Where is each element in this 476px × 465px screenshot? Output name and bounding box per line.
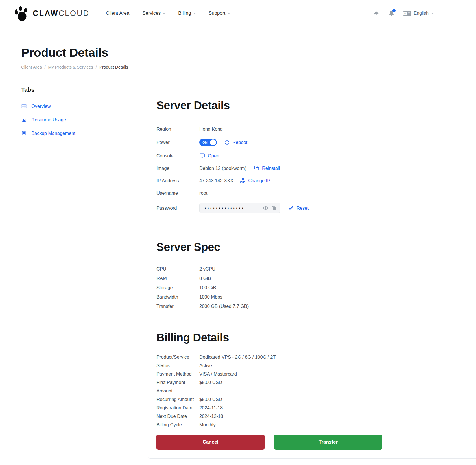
billing-details-table: Product/Service Dedicated VPS - 2C / 8G … — [156, 353, 471, 429]
nav-client-area-label: Client Area — [106, 10, 129, 16]
nav-support-label: Support — [209, 10, 226, 16]
billing-row-next-due-date: Next Due Date 2024-12-18 — [156, 412, 471, 420]
nav-client-area[interactable]: Client Area — [106, 10, 129, 16]
reinstall-label: Reinstall — [262, 166, 280, 171]
tab-backup-management[interactable]: Backup Management — [21, 130, 148, 136]
next-due-date-label: Next Due Date — [156, 412, 199, 420]
image-value: Debian 12 (bookworm) — [199, 166, 246, 171]
breadcrumb-my-products[interactable]: My Products & Services — [48, 65, 93, 69]
notifications-bell-icon[interactable] — [388, 10, 395, 17]
region-label: Region — [156, 126, 199, 132]
spec-row-bandwidth: Bandwidth 1000 Mbps — [156, 292, 471, 302]
share-forward-icon[interactable] — [372, 10, 380, 17]
bandwidth-value: 1000 Mbps — [199, 292, 222, 302]
breadcrumb: Client Area / My Products & Services / P… — [21, 65, 476, 69]
copy-icon[interactable] — [271, 205, 277, 211]
row-username: Username root — [156, 190, 471, 196]
payment-method-label: Payment Method — [156, 370, 199, 378]
tab-resource-usage[interactable]: Resource Usage — [21, 117, 148, 122]
copy-squares-icon — [254, 165, 259, 171]
paw-logo-icon — [14, 5, 29, 21]
reinstall-link[interactable]: Reinstall — [254, 165, 280, 171]
tab-overview-label: Overview — [31, 104, 51, 109]
nav-services-label: Services — [142, 10, 161, 16]
row-password: Password •••••••••••••• — [156, 203, 471, 213]
change-ip-label: Change IP — [248, 178, 270, 183]
ram-label: RAM — [156, 274, 199, 283]
region-value: Hong Kong — [199, 126, 223, 132]
billing-row-product: Product/Service Dedicated VPS - 2C / 8G … — [156, 353, 471, 361]
billing-row-billing-cycle: Billing Cycle Monthly — [156, 420, 471, 429]
row-console: Console Open — [156, 153, 471, 159]
ram-value: 8 GiB — [199, 274, 211, 283]
registration-date-value: 2024-11-18 — [199, 403, 471, 412]
billing-row-status: Status Active — [156, 361, 471, 370]
reset-password-link[interactable]: Reset — [288, 205, 309, 211]
console-open-link[interactable]: Open — [199, 153, 219, 159]
eye-icon[interactable] — [263, 205, 268, 211]
tabs-heading: Tabs — [21, 86, 148, 93]
reset-label: Reset — [296, 205, 309, 211]
product-service-value: Dedicated VPS - 2C / 8G / 100G / 2T — [199, 353, 471, 361]
bar-chart-icon — [21, 117, 27, 122]
reboot-link[interactable]: Reboot — [224, 140, 247, 145]
recurring-amount-value: $8.00 USD — [199, 395, 471, 403]
tab-overview[interactable]: Overview — [21, 103, 148, 109]
spec-row-ram: RAM 8 GiB — [156, 274, 471, 283]
page-title: Product Details — [21, 45, 476, 60]
header-actions: A文 English — [372, 10, 434, 17]
nav-billing[interactable]: Billing — [178, 10, 195, 16]
power-toggle[interactable]: ON — [199, 139, 217, 146]
billing-details-heading: Billing Details — [156, 331, 471, 344]
change-ip-link[interactable]: Change IP — [240, 178, 270, 183]
status-value: Active — [199, 361, 471, 370]
network-sitemap-icon — [240, 178, 246, 183]
server-spec-table: CPU 2 vCPU RAM 8 GiB Storage 100 GiB Ban… — [156, 264, 471, 311]
storage-label: Storage — [156, 283, 199, 292]
billing-cycle-label: Billing Cycle — [156, 420, 199, 429]
nav-billing-label: Billing — [178, 10, 191, 16]
tabs-sidebar: Tabs Overview — [21, 85, 148, 136]
chevron-down-icon — [431, 13, 434, 14]
username-value: root — [199, 190, 207, 196]
nav-support[interactable]: Support — [209, 10, 230, 16]
console-label: Console — [156, 153, 199, 159]
chevron-down-icon — [193, 13, 196, 14]
password-field[interactable]: •••••••••••••• — [199, 203, 280, 213]
row-image: Image Debian 12 (bookworm) Reinstall — [156, 165, 471, 171]
brand-logo[interactable]: CLAWCLOUD — [14, 5, 89, 21]
server-spec-heading: Server Spec — [156, 240, 471, 254]
bandwidth-label: Bandwidth — [156, 292, 199, 302]
payment-method-value: VISA / Mastercard — [199, 370, 471, 378]
transfer-button[interactable]: Transfer — [274, 435, 382, 450]
chevron-down-icon — [163, 13, 165, 14]
language-selector[interactable]: A文 English — [403, 11, 434, 16]
transfer-value: 2000 GB (Used 7.7 GB) — [199, 302, 249, 311]
storage-value: 100 GiB — [199, 283, 216, 292]
row-region: Region Hong Kong — [156, 126, 471, 132]
save-disk-icon — [21, 130, 27, 136]
chevron-down-icon — [228, 13, 230, 14]
next-due-date-value: 2024-12-18 — [199, 412, 471, 420]
ip-label: IP Address — [156, 178, 199, 183]
translate-icon: A文 — [403, 11, 411, 16]
image-label: Image — [156, 166, 199, 171]
toggle-knob — [210, 139, 216, 145]
row-power: Power ON — [156, 139, 471, 146]
recurring-amount-label: Recurring Amount — [156, 395, 199, 403]
reboot-label: Reboot — [232, 140, 247, 145]
username-label: Username — [156, 190, 199, 196]
main-nav: Client Area Services Billing Support — [106, 10, 230, 16]
billing-row-payment-method: Payment Method VISA / Mastercard — [156, 370, 471, 378]
status-label: Status — [156, 361, 199, 370]
cancel-button[interactable]: Cancel — [156, 435, 265, 450]
spec-row-storage: Storage 100 GiB — [156, 283, 471, 292]
first-payment-amount-value: $8.00 USD — [199, 378, 471, 395]
transfer-label: Transfer — [156, 302, 199, 311]
product-service-label: Product/Service — [156, 353, 199, 361]
language-label: English — [414, 11, 429, 16]
console-open-label: Open — [208, 153, 219, 159]
registration-date-label: Registration Date — [156, 403, 199, 412]
breadcrumb-client-area[interactable]: Client Area — [21, 65, 42, 69]
nav-services[interactable]: Services — [142, 10, 165, 16]
